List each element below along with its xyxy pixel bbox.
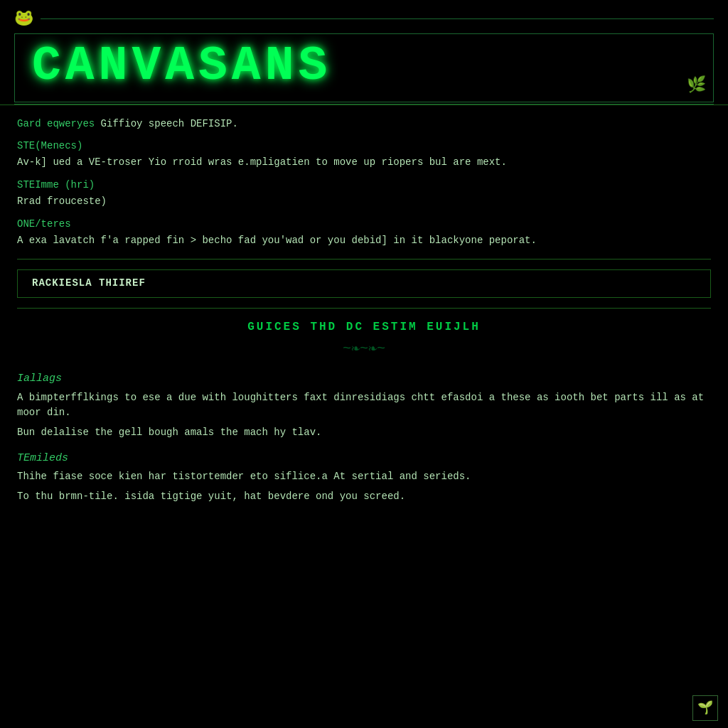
header-top-bar: 🐸 — [14, 7, 714, 31]
page-wrapper: 🐸 CANVASANS 🌿 Gard eqweryes Giffioy spee… — [0, 0, 728, 728]
iallags-body1: A bimpterfflkings to ese a due with loug… — [17, 390, 711, 421]
center-deco: ~❧~❧~ — [17, 338, 711, 360]
title-container: CANVASANS 🌿 — [14, 33, 714, 102]
bottom-icon-symbol: 🌱 — [697, 699, 713, 718]
header-icon: 🐸 — [14, 7, 33, 31]
header-area: 🐸 CANVASANS 🌿 — [0, 0, 728, 105]
section-iallags: Iallags A bimpterfflkings to ese a due w… — [17, 371, 711, 441]
line1: Gard eqweryes Giffioy speech DEFISIP. — [17, 117, 711, 132]
line2-label: STE(Menecs) — [17, 139, 711, 154]
line1-rest: Giffioy speech DEFISIP. — [95, 118, 238, 129]
temileds-heading: TEmileds — [17, 451, 711, 467]
line4-label: ONE/teres — [17, 217, 711, 232]
center-heading: GUICES THD DC ESTIM EUIJLH — [17, 318, 711, 336]
title-deco-right: 🌿 — [687, 74, 706, 97]
temileds-body1: Thihe fiase soce kien har tistortemder e… — [17, 469, 711, 485]
content-area: Gard eqweryes Giffioy speech DEFISIP. ST… — [0, 105, 728, 526]
line3-label: STEImme (hri) — [17, 178, 711, 193]
section-temileds: TEmileds Thihe fiase soce kien har tisto… — [17, 451, 711, 505]
line3-sub: Rrad frouceste) — [17, 194, 711, 210]
header-line — [41, 18, 714, 19]
banner-text: RACKIESLA THIIREF — [32, 277, 146, 289]
main-title: CANVASANS — [32, 40, 696, 93]
line1-label: Gard eqweryes — [17, 118, 95, 129]
bottom-line-header — [14, 104, 714, 105]
iallags-heading: Iallags — [17, 371, 711, 387]
bottom-right-icon: 🌱 — [692, 695, 718, 721]
line4-body: A exa lavatch f'a rapped fin > becho fad… — [17, 233, 711, 249]
iallags-body2: Bun delalise the gell bough amals the ma… — [17, 425, 711, 441]
temileds-body2: To thu brmn-tile. isida tigtige yuit, ha… — [17, 489, 711, 505]
divider-2 — [17, 308, 711, 309]
divider-1 — [17, 259, 711, 259]
line2-body: Av-k] ued a VE-troser Yio rroid wras e.m… — [17, 155, 711, 171]
top-section: Gard eqweryes Giffioy speech DEFISIP. ST… — [17, 117, 711, 249]
banner-section: RACKIESLA THIIREF — [17, 269, 711, 299]
